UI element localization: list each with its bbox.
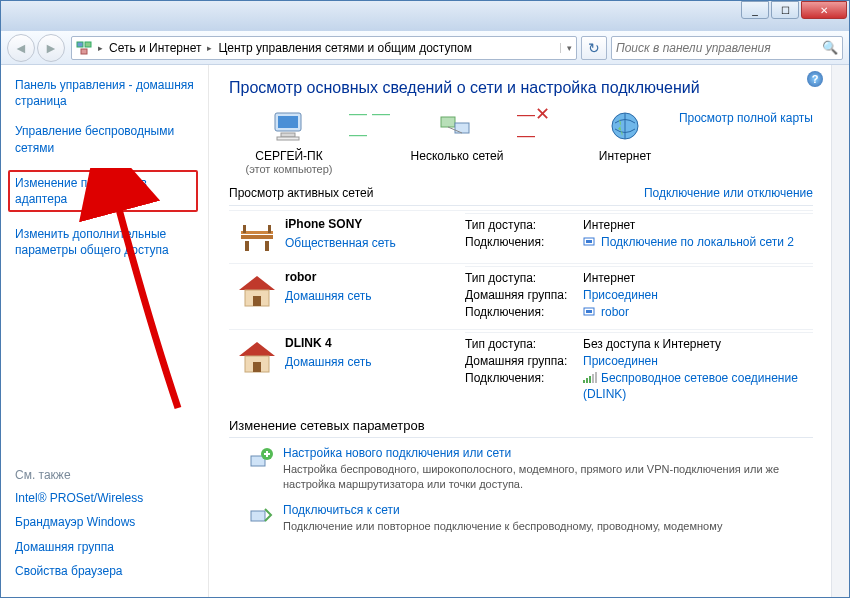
forward-button[interactable]: ► [37, 34, 65, 62]
seealso-browser[interactable]: Свойства браузера [15, 563, 196, 579]
connect-disconnect-link[interactable]: Подключение или отключение [644, 186, 813, 200]
seealso-homegroup[interactable]: Домашняя группа [15, 539, 196, 555]
network-details: Тип доступа:Интернет Домашняя группа:При… [465, 266, 813, 323]
svg-rect-34 [251, 511, 265, 521]
network-info: robor Домашняя сеть [285, 270, 465, 323]
breadcrumb-sep: ▸ [98, 43, 103, 53]
sidebar-link-sharing[interactable]: Изменить дополнительные параметры общего… [15, 226, 196, 258]
vertical-scrollbar[interactable] [831, 65, 849, 597]
task-description: Настройка нового подключения или сети На… [283, 446, 813, 492]
connection-link[interactable]: Беспроводное сетевое соединение (DLINK) [583, 371, 798, 400]
svg-rect-31 [595, 372, 597, 383]
network-type-link[interactable]: Домашняя сеть [285, 355, 371, 369]
active-networks-header: Просмотр активных сетей Подключение или … [229, 183, 813, 203]
overview-internet: Интернет [565, 109, 685, 163]
lan-icon [583, 235, 597, 250]
svg-rect-28 [586, 378, 588, 383]
change-settings-heading: Изменение сетевых параметров [229, 418, 813, 433]
breadcrumb-2[interactable]: Центр управления сетями и общим доступом [218, 41, 472, 55]
new-connection-icon [247, 446, 283, 492]
address-bar[interactable]: ▸ Сеть и Интернет ▸ Центр управления сет… [71, 36, 577, 60]
nav-arrows: ◄ ► [7, 34, 67, 62]
divider [229, 437, 813, 438]
task-link-new-connection[interactable]: Настройка нового подключения или сети [283, 446, 813, 460]
search-box[interactable]: 🔍 [611, 36, 843, 60]
sidebar-link-adapter[interactable]: Изменение параметров адаптера [15, 175, 191, 207]
network-info: DLINK 4 Домашняя сеть [285, 336, 465, 403]
homegroup-link[interactable]: Присоединен [583, 288, 658, 302]
minimize-button[interactable]: _ [741, 1, 769, 19]
seealso-firewall[interactable]: Брандмауэр Windows [15, 514, 196, 530]
svg-rect-6 [277, 137, 299, 140]
connection-link[interactable]: Подключение по локальной сети 2 [601, 235, 794, 249]
overview-networks: Несколько сетей [397, 109, 517, 163]
connection-link[interactable]: robor [601, 305, 629, 319]
svg-rect-16 [268, 225, 271, 233]
seealso-heading: См. также [15, 468, 196, 482]
refresh-button[interactable]: ↻ [581, 36, 607, 60]
task-new-connection: Настройка нового подключения или сети На… [229, 442, 813, 500]
svg-rect-4 [278, 116, 298, 128]
overview-map: СЕРГЕЙ-ПК (этот компьютер) — — — Несколь… [229, 109, 813, 175]
address-dropdown[interactable]: ▾ [560, 43, 572, 53]
network-type-link[interactable]: Домашняя сеть [285, 289, 371, 303]
network-item: robor Домашняя сеть Тип доступа:Интернет… [229, 263, 813, 329]
svg-marker-19 [239, 276, 275, 290]
link-line-icon: — — — [349, 109, 397, 139]
svg-rect-2 [81, 49, 87, 54]
maximize-button[interactable]: ☐ [771, 1, 799, 19]
seealso-links: Intel® PROSet/Wireless Брандмауэр Window… [15, 490, 196, 587]
task-description: Подключиться к сети Подключение или повт… [283, 503, 813, 535]
view-full-map-link[interactable]: Просмотр полной карты [679, 111, 813, 125]
network-details: Тип доступа:Без доступа к Интернету Дома… [465, 332, 813, 403]
svg-rect-8 [455, 123, 469, 133]
svg-marker-24 [239, 342, 275, 356]
search-input[interactable] [616, 41, 822, 55]
link-broken-icon: —✕— [517, 109, 565, 139]
svg-rect-15 [243, 225, 246, 233]
overview-computer: СЕРГЕЙ-ПК (этот компьютер) [229, 109, 349, 175]
navbar: ◄ ► ▸ Сеть и Интернет ▸ Центр управления… [1, 31, 849, 65]
svg-rect-23 [586, 310, 592, 313]
body: Панель управления - домашняя страница Уп… [1, 65, 849, 597]
homegroup-link[interactable]: Присоединен [583, 354, 658, 368]
svg-rect-21 [253, 296, 261, 306]
house-icon [229, 336, 285, 403]
page-title: Просмотр основных сведений о сети и наст… [229, 79, 813, 97]
svg-rect-1 [85, 42, 91, 47]
breadcrumb-1[interactable]: Сеть и Интернет [109, 41, 201, 55]
wifi-signal-icon [583, 372, 597, 387]
network-item: DLINK 4 Домашняя сеть Тип доступа:Без до… [229, 329, 813, 409]
svg-rect-27 [583, 380, 585, 383]
multiple-networks-icon [437, 109, 477, 143]
titlebar: _ ☐ ✕ [1, 1, 849, 31]
network-details: Тип доступа:Интернет Подключения:Подключ… [465, 213, 813, 257]
seealso-proset[interactable]: Intel® PROSet/Wireless [15, 490, 196, 506]
network-type-link[interactable]: Общественная сеть [285, 236, 396, 250]
task-connect: Подключиться к сети Подключение или повт… [229, 499, 813, 543]
computer-icon [269, 109, 309, 143]
svg-rect-18 [586, 240, 592, 243]
back-button[interactable]: ◄ [7, 34, 35, 62]
task-link-connect[interactable]: Подключиться к сети [283, 503, 813, 517]
breadcrumb-sep: ▸ [207, 43, 212, 53]
network-item: iPhone SONY Общественная сеть Тип доступ… [229, 210, 813, 263]
svg-rect-7 [441, 117, 455, 127]
content-area: ? Просмотр основных сведений о сети и на… [209, 65, 831, 597]
svg-rect-5 [281, 133, 295, 137]
divider [229, 205, 813, 206]
svg-rect-26 [253, 362, 261, 372]
window-buttons: _ ☐ ✕ [741, 1, 849, 19]
help-button[interactable]: ? [807, 71, 823, 87]
close-button[interactable]: ✕ [801, 1, 847, 19]
svg-rect-13 [245, 241, 249, 251]
lan-icon [583, 305, 597, 320]
connect-icon [247, 503, 283, 535]
svg-rect-0 [77, 42, 83, 47]
sidebar-link-wireless[interactable]: Управление беспроводными сетями [15, 123, 196, 155]
control-panel-window: _ ☐ ✕ ◄ ► ▸ Сеть и Интернет ▸ Центр упра… [0, 0, 850, 598]
svg-rect-30 [592, 374, 594, 383]
svg-rect-14 [265, 241, 269, 251]
sidebar-link-cp-home[interactable]: Панель управления - домашняя страница [15, 77, 196, 109]
bench-icon [229, 217, 285, 257]
